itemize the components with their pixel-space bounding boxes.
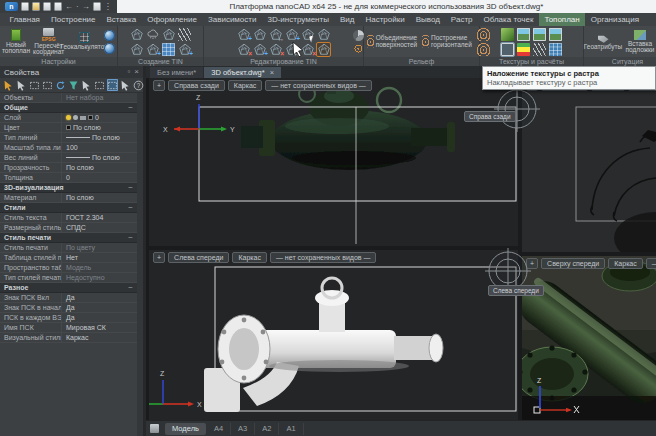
- tin-surface-icon[interactable]: ↔: [269, 28, 282, 41]
- visual-style-button[interactable]: Каркас: [232, 252, 266, 263]
- close-panel-icon[interactable]: ×: [134, 66, 139, 78]
- viewport-menu-button[interactable]: +: [526, 258, 538, 269]
- redo-icon[interactable]: →: [82, 2, 90, 11]
- property-value[interactable]: По слою: [62, 123, 137, 133]
- property-row[interactable]: ПрозрачностьПо слою: [0, 163, 137, 173]
- select-new-icon[interactable]: [3, 79, 14, 91]
- merge-surfaces-button[interactable]: Объединение поверхностей: [367, 35, 419, 48]
- globe-icon[interactable]: [104, 30, 115, 41]
- viewport-menu-button[interactable]: +: [153, 80, 165, 91]
- property-row[interactable]: Стиль печатиПо цвету: [0, 243, 137, 253]
- pie-surface-icon[interactable]: [353, 30, 364, 41]
- calculator-mode-icon[interactable]: [107, 79, 118, 91]
- more-icon[interactable]: ⋮: [104, 2, 112, 11]
- ribbon-tab-5[interactable]: Зависимости: [202, 13, 262, 26]
- refresh-selection-icon[interactable]: [55, 79, 66, 91]
- property-value[interactable]: Модель: [62, 263, 137, 273]
- property-value[interactable]: Да: [62, 293, 137, 303]
- photo-texture-icon[interactable]: [517, 28, 530, 41]
- tin-surface-icon[interactable]: ↔: [285, 43, 298, 56]
- property-row[interactable]: Таблица стилей печатиНет: [0, 253, 137, 263]
- saved-views-button[interactable]: — нет сохраненных видов —: [265, 80, 372, 91]
- property-row[interactable]: Тип линийПо слою: [0, 133, 137, 143]
- property-value[interactable]: По слою: [62, 153, 137, 163]
- view-name-button[interactable]: Справа сзади: [168, 80, 225, 91]
- property-row[interactable]: Знак ПСК в начале к...Да: [0, 303, 137, 313]
- collapse-icon[interactable]: −: [128, 103, 133, 113]
- quick-select-icon[interactable]: [94, 79, 105, 91]
- vegetation-texture-icon[interactable]: [501, 28, 514, 41]
- photo-texture-icon[interactable]: [549, 28, 562, 41]
- tin-surface-icon[interactable]: [317, 28, 330, 41]
- property-row[interactable]: ЦветПо слою: [0, 123, 137, 133]
- property-section-header[interactable]: Общие−: [0, 103, 137, 113]
- slope-icon[interactable]: [178, 28, 191, 41]
- new-document-icon[interactable]: [21, 2, 29, 11]
- collapse-icon[interactable]: −: [128, 233, 133, 243]
- pick-point-icon[interactable]: [81, 79, 92, 91]
- layout-tab-А1[interactable]: А1: [279, 423, 303, 435]
- new-topoplan-button[interactable]: Новый топоплан: [2, 29, 30, 55]
- property-section-header[interactable]: Стиль печати−: [0, 233, 137, 243]
- properties-scrollbar[interactable]: [137, 93, 143, 436]
- ribbon-tab-1[interactable]: Главная: [4, 13, 45, 26]
- property-value[interactable]: По слою: [62, 193, 137, 203]
- property-value[interactable]: 0: [62, 113, 137, 123]
- build-contours-button[interactable]: Построение горизонталей: [422, 35, 474, 48]
- ribbon-tab-9[interactable]: Вывод: [410, 13, 445, 26]
- globe-info-icon[interactable]: [104, 43, 115, 54]
- visual-style-button[interactable]: Каркас: [608, 258, 642, 269]
- open-document-icon[interactable]: [32, 2, 40, 11]
- insert-underlay-button[interactable]: Вставка подложки: [623, 30, 656, 54]
- undo-icon[interactable]: ←: [65, 2, 73, 11]
- property-row[interactable]: ОбъектыНет набора: [0, 93, 137, 103]
- property-row[interactable]: Знак ПСК ВклДа: [0, 293, 137, 303]
- point-cloud-icon[interactable]: [146, 28, 159, 41]
- property-row[interactable]: ПСК в каждом ВЭкранеДа: [0, 313, 137, 323]
- layout-tab-Модель[interactable]: Модель: [165, 423, 206, 435]
- collapse-icon[interactable]: −: [128, 283, 133, 293]
- tin-surface-icon[interactable]: [253, 28, 266, 41]
- tin-surface-icon[interactable]: [301, 28, 314, 41]
- ribbon-tab-2[interactable]: Построение: [45, 13, 101, 26]
- tin-surface-icon[interactable]: ×: [237, 43, 250, 56]
- bulb-icon[interactable]: [66, 115, 71, 120]
- tin-surface-icon[interactable]: ×: [269, 43, 282, 56]
- ribbon-tab-11[interactable]: Облака точек: [478, 13, 539, 26]
- saved-views-button[interactable]: — нет с: [646, 258, 656, 269]
- color-swatch[interactable]: [66, 125, 71, 130]
- property-value[interactable]: Нет набора: [62, 93, 137, 103]
- tin-surface-icon[interactable]: +: [178, 43, 191, 56]
- property-row[interactable]: Размерный стильСПДС: [0, 223, 137, 233]
- table-icon[interactable]: [549, 43, 562, 56]
- tin-surface-icon[interactable]: +: [285, 28, 298, 41]
- tin-surface-icon[interactable]: +: [146, 43, 159, 56]
- grid-icon[interactable]: [162, 43, 175, 56]
- property-row[interactable]: Масштаб типа линий100: [0, 143, 137, 153]
- ribbon-tab-7[interactable]: Вид: [334, 13, 359, 26]
- apply-texture-from-raster-button[interactable]: [501, 43, 514, 56]
- property-row[interactable]: Слой0: [0, 113, 137, 123]
- tin-surface-icon[interactable]: [130, 28, 143, 41]
- slope-icon[interactable]: [533, 43, 546, 56]
- view-name-button[interactable]: Слева спереди: [168, 252, 229, 263]
- sun-icon[interactable]: [73, 115, 78, 120]
- property-row[interactable]: Толщина0: [0, 173, 137, 183]
- pin-icon[interactable]: ▫: [127, 66, 130, 78]
- property-value[interactable]: Мировая СК: [62, 323, 137, 333]
- ribbon-tab-3[interactable]: Вставка: [101, 13, 142, 26]
- layout-tab-А3[interactable]: А3: [231, 423, 255, 435]
- recalc-coordinates-button[interactable]: EPSG Пересчёт координат: [33, 28, 64, 56]
- collapse-icon[interactable]: −: [128, 203, 133, 213]
- property-value[interactable]: Нет: [62, 253, 137, 263]
- property-value[interactable]: По слою: [62, 163, 137, 173]
- filter-icon[interactable]: [68, 79, 79, 91]
- saved-views-button[interactable]: — нет сохраненных видов —: [270, 252, 377, 263]
- help-icon[interactable]: ?: [133, 79, 144, 91]
- property-value[interactable]: Да: [62, 303, 137, 313]
- ribbon-tab-6[interactable]: 3D-инструменты: [262, 13, 335, 26]
- property-value[interactable]: Недоступно: [62, 273, 137, 283]
- heatmap-icon[interactable]: [517, 43, 530, 56]
- photo-texture-icon[interactable]: [533, 28, 546, 41]
- viewport-top-right[interactable]: +Левый видКаркас— нет со: [522, 78, 656, 252]
